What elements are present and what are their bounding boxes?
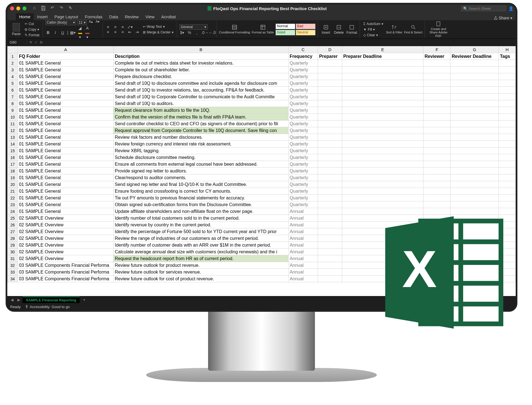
save-icon[interactable] (40, 5, 46, 12)
cell[interactable]: 01 SAMPLE General (18, 168, 114, 174)
cell[interactable] (499, 100, 515, 107)
row-header-9[interactable]: 9 (8, 107, 18, 114)
row-header-13[interactable]: 13 (8, 134, 18, 141)
cell[interactable] (450, 114, 499, 120)
cell[interactable] (318, 114, 342, 120)
cell[interactable] (318, 100, 342, 107)
cell[interactable]: Quarterly (288, 181, 318, 188)
cell[interactable] (318, 208, 342, 215)
cell[interactable] (423, 161, 450, 168)
cell[interactable] (318, 228, 342, 235)
cell[interactable]: Tie out PY amounts to previous financial… (114, 195, 288, 201)
cut-button[interactable]: ✂ Cut (24, 21, 40, 26)
font-name-select[interactable]: Calibri (Body)▾ (45, 20, 76, 25)
cell[interactable] (450, 208, 499, 215)
cell[interactable] (318, 87, 342, 94)
cell[interactable] (450, 87, 499, 94)
cell[interactable] (423, 201, 450, 208)
fill-button[interactable]: ▼ Fill ▾ (362, 27, 384, 32)
cell[interactable] (342, 174, 423, 181)
sheet-nav-next-icon[interactable]: ▶ (16, 298, 22, 302)
cell[interactable]: Quarterly (288, 67, 318, 73)
autosum-button[interactable]: Σ AutoSum ▾ (362, 21, 384, 26)
sheet-tab-active[interactable]: SAMPLE Financial Reporting (22, 297, 80, 303)
cell[interactable]: 01 SAMPLE General (18, 127, 114, 134)
cell[interactable] (342, 168, 423, 174)
cell[interactable]: 02 SAMPLE Overview (18, 249, 114, 255)
cell[interactable]: Send draft of 10Q to Corporate Controlle… (114, 94, 288, 100)
align-bottom-icon[interactable]: ≡ (120, 25, 125, 29)
cell[interactable] (318, 181, 342, 188)
cell[interactable] (318, 107, 342, 114)
cell[interactable]: Prepare disclosure checklist. (114, 73, 288, 80)
cell[interactable]: Obtain signed sub-certification forms fr… (114, 201, 288, 208)
cell[interactable] (450, 94, 499, 100)
cell[interactable] (423, 127, 450, 134)
cell[interactable]: Annual (288, 222, 318, 228)
cell[interactable] (423, 73, 450, 80)
cell[interactable] (450, 120, 499, 127)
wrap-text-button[interactable]: ↩ Wrap Text ▾ (142, 24, 175, 29)
cell[interactable] (450, 161, 499, 168)
cell[interactable] (342, 195, 423, 201)
cell[interactable] (342, 87, 423, 94)
name-box[interactable]: G60 (7, 40, 27, 44)
tab-formulas[interactable]: Formulas (82, 13, 106, 20)
cell[interactable]: Schedule disclosure committee meeting. (114, 154, 288, 161)
cell[interactable] (342, 107, 423, 114)
cell[interactable]: Quarterly (288, 94, 318, 100)
cell[interactable] (342, 67, 423, 73)
cell[interactable] (423, 154, 450, 161)
cell[interactable] (450, 195, 499, 201)
row-header-28[interactable]: 28 (8, 235, 18, 242)
col-header-H[interactable]: H (499, 46, 515, 53)
cell[interactable] (318, 269, 342, 276)
cell[interactable] (342, 80, 423, 87)
row-header-24[interactable]: 24 (8, 208, 18, 215)
cell[interactable]: Quarterly (288, 188, 318, 195)
find-select-button[interactable]: Find & Select (404, 24, 422, 34)
bold-icon[interactable]: B (45, 30, 51, 35)
cell[interactable] (423, 67, 450, 73)
cell[interactable] (318, 141, 342, 147)
font-size-select[interactable]: 11▾ (77, 20, 87, 25)
cell[interactable]: Complete tie out of shareholder letter. (114, 67, 288, 73)
cell[interactable]: 01 SAMPLE General (18, 80, 114, 87)
cell[interactable] (318, 147, 342, 154)
cell[interactable]: Annual (288, 208, 318, 215)
cell[interactable] (318, 262, 342, 269)
format-painter-button[interactable]: ✎ Format (24, 33, 40, 38)
cell[interactable] (423, 147, 450, 154)
cell[interactable]: 01 SAMPLE General (18, 208, 114, 215)
cell[interactable]: 01 SAMPLE General (18, 147, 114, 154)
col-header-F[interactable]: F (423, 46, 450, 53)
col-header-C[interactable]: C (288, 46, 318, 53)
cell[interactable]: 01 SAMPLE General (18, 114, 114, 120)
cell[interactable] (423, 134, 450, 141)
cell[interactable]: Request the headcount report from HR as … (114, 255, 288, 262)
cell[interactable] (423, 100, 450, 107)
cell[interactable]: Send draft of 10Q to investor relations,… (114, 87, 288, 94)
header-cell[interactable]: Reviewer Deadline (450, 53, 499, 60)
row-header-27[interactable]: 27 (8, 228, 18, 235)
cell[interactable]: 02 SAMPLE Overview (18, 235, 114, 242)
cell[interactable] (450, 60, 499, 67)
cell[interactable] (450, 67, 499, 73)
style-good[interactable]: Good (276, 30, 295, 35)
cell[interactable] (499, 188, 515, 195)
row-header-8[interactable]: 8 (8, 100, 18, 107)
row-header-19[interactable]: 19 (8, 174, 18, 181)
cell[interactable] (318, 195, 342, 201)
cell[interactable]: 01 SAMPLE General (18, 161, 114, 168)
row-header-15[interactable]: 15 (8, 147, 18, 154)
header-cell[interactable]: Reviewer (423, 53, 450, 60)
copy-button[interactable]: ⧉ Copy ▾ (24, 27, 40, 32)
cell[interactable]: 01 SAMPLE General (18, 188, 114, 195)
comma-icon[interactable]: , (194, 30, 200, 35)
cell[interactable]: Annual (288, 276, 318, 282)
cell[interactable] (450, 134, 499, 141)
cell[interactable] (318, 94, 342, 100)
cell[interactable]: 02 SAMPLE Overview (18, 222, 114, 228)
cell[interactable]: Quarterly (288, 201, 318, 208)
cell[interactable] (423, 80, 450, 87)
